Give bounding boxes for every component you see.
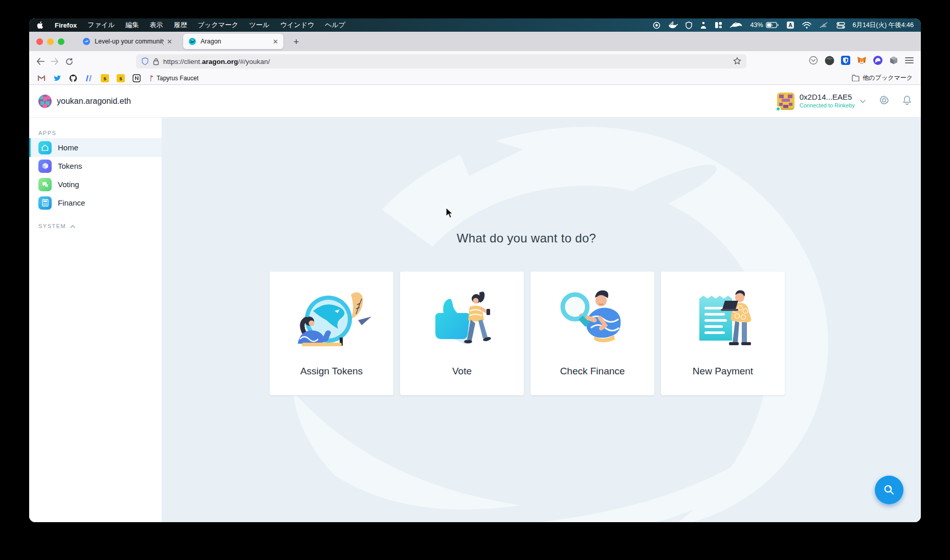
- slashes-bookmark-icon[interactable]: [85, 74, 93, 82]
- github-bookmark-icon[interactable]: [69, 74, 77, 82]
- bookmarks-bar: s s Tapyrus Faucet 他のブックマーク: [29, 72, 921, 85]
- folder-icon: [852, 75, 859, 81]
- sidebar: APPS Home Tokens Voting: [29, 118, 162, 522]
- cat-utility-icon[interactable]: [730, 21, 742, 29]
- close-window-button[interactable]: [36, 38, 43, 45]
- input-source-icon[interactable]: A: [786, 21, 794, 29]
- twitter-bookmark-icon[interactable]: [53, 74, 61, 82]
- window-manager-icon[interactable]: [715, 21, 722, 29]
- assign-tokens-illustration: [291, 285, 372, 356]
- sidebar-item-finance[interactable]: Finance: [29, 193, 162, 212]
- screen-mirroring-off-icon[interactable]: [819, 21, 829, 29]
- tab2-favicon-aragon: [188, 37, 196, 46]
- reload-button[interactable]: [62, 54, 76, 69]
- page-title: What do you want to do?: [270, 231, 783, 245]
- tab2-close-icon[interactable]: ✕: [273, 38, 278, 46]
- forward-button[interactable]: [48, 54, 62, 69]
- sidebar-item-label: Voting: [58, 180, 79, 189]
- back-button[interactable]: [33, 54, 48, 69]
- notifications-bell-icon[interactable]: [902, 95, 912, 107]
- battery-indicator[interactable]: 43%: [750, 21, 778, 29]
- tokens-app-icon: [38, 160, 52, 173]
- account-widget[interactable]: 0x2D14...EAE5 Connected to Rinkeby: [777, 93, 866, 110]
- tab-level-up-community[interactable]: Level-up your community with A ✕: [77, 34, 178, 49]
- gmail-bookmark-icon[interactable]: [37, 74, 46, 82]
- metamask-icon[interactable]: [857, 56, 867, 67]
- bookmark-star-icon[interactable]: [733, 57, 741, 66]
- battery-percent: 43%: [750, 21, 763, 29]
- network-status: Connected to Rinkeby: [800, 102, 855, 109]
- firefox-tab-bar: Level-up your community with A ✕ Aragon …: [29, 32, 921, 51]
- voting-app-icon: [38, 178, 52, 191]
- menu-file[interactable]: ファイル: [87, 20, 115, 30]
- control-center-icon[interactable]: [836, 22, 845, 29]
- card-assign-tokens[interactable]: Assign Tokens: [270, 272, 393, 395]
- menu-history[interactable]: 履歴: [174, 20, 187, 30]
- s-bookmark-icon-2[interactable]: s: [117, 74, 125, 82]
- svg-text:A: A: [788, 22, 792, 28]
- sidebar-item-voting[interactable]: Voting: [29, 175, 162, 194]
- sidebar-item-label: Home: [58, 143, 78, 152]
- s-bookmark-icon-1[interactable]: s: [101, 74, 109, 82]
- card-vote[interactable]: Vote: [400, 272, 524, 395]
- main-content: What do you want to do?: [162, 118, 921, 522]
- new-tab-button[interactable]: +: [290, 36, 302, 48]
- tab2-title: Aragon: [201, 38, 270, 45]
- sidebar-system-section[interactable]: SYSTEM: [38, 223, 75, 229]
- tab1-favicon: [82, 37, 91, 46]
- menu-bookmarks[interactable]: ブックマーク: [198, 20, 239, 30]
- menu-view[interactable]: 表示: [150, 20, 163, 30]
- phantom-icon[interactable]: [873, 56, 882, 67]
- settings-gear-icon[interactable]: [879, 95, 889, 107]
- sidebar-system-label: SYSTEM: [38, 223, 66, 229]
- finance-app-icon: [38, 196, 52, 210]
- menu-tools[interactable]: ツール: [249, 20, 270, 30]
- wifi-icon[interactable]: [802, 22, 811, 29]
- zoom-window-button[interactable]: [58, 38, 64, 45]
- tab-aragon[interactable]: Aragon ✕: [183, 34, 283, 49]
- tracking-protection-shield-icon: [141, 57, 149, 65]
- svg-text:s: s: [103, 76, 106, 81]
- sidebar-item-home[interactable]: Home: [29, 138, 162, 157]
- sidebar-item-tokens[interactable]: Tokens: [29, 156, 162, 175]
- card-new-payment[interactable]: New Payment: [661, 272, 785, 395]
- card-check-finance[interactable]: Check Finance: [531, 272, 654, 395]
- docker-icon[interactable]: [668, 21, 678, 29]
- mouse-cursor: [445, 207, 454, 219]
- tab1-close-icon[interactable]: ✕: [167, 38, 172, 46]
- user-status-icon[interactable]: [700, 21, 707, 29]
- battery-icon: [766, 22, 779, 28]
- pocket-icon[interactable]: [809, 56, 818, 67]
- shield-status-icon[interactable]: [686, 21, 692, 29]
- menu-app-name[interactable]: Firefox: [55, 21, 77, 29]
- svg-text:s: s: [119, 76, 122, 81]
- url-bar[interactable]: https://client.aragon.org/#/youkan/: [136, 54, 746, 69]
- new-payment-illustration: [682, 285, 764, 356]
- sidebar-item-label: Tokens: [58, 162, 82, 170]
- firefox-nav-bar: https://client.aragon.org/#/youkan/: [29, 51, 921, 72]
- menu-hamburger-icon[interactable]: [905, 57, 914, 66]
- search-icon: [883, 484, 895, 496]
- menu-datetime[interactable]: 6月14日(火) 午後4:46: [853, 21, 914, 30]
- card-label: Assign Tokens: [300, 366, 363, 377]
- notion-bookmark-icon[interactable]: [132, 74, 141, 82]
- menu-edit[interactable]: 編集: [126, 20, 139, 30]
- cube-extension-icon[interactable]: [889, 56, 898, 67]
- home-app-icon: [38, 141, 52, 154]
- tab1-title: Level-up your community with A: [95, 38, 164, 45]
- menu-help[interactable]: ヘルプ: [325, 20, 345, 30]
- other-bookmarks[interactable]: 他のブックマーク: [852, 74, 913, 82]
- bookmark-tapyrus-faucet[interactable]: Tapyrus Faucet: [148, 75, 198, 82]
- profile-avatar-icon[interactable]: [825, 56, 834, 68]
- record-status-icon[interactable]: [653, 21, 660, 29]
- extension-toolbar: [809, 51, 914, 72]
- minimize-window-button[interactable]: [47, 38, 54, 45]
- menu-window[interactable]: ウインドウ: [280, 20, 315, 30]
- org-avatar: [38, 95, 52, 108]
- sidebar-apps-label: APPS: [38, 130, 56, 136]
- lock-icon: [153, 58, 159, 65]
- apple-menu-icon[interactable]: [36, 21, 44, 29]
- search-fab-button[interactable]: [875, 476, 903, 504]
- bitwarden-icon[interactable]: [841, 56, 850, 67]
- sidebar-item-label: Finance: [58, 198, 85, 207]
